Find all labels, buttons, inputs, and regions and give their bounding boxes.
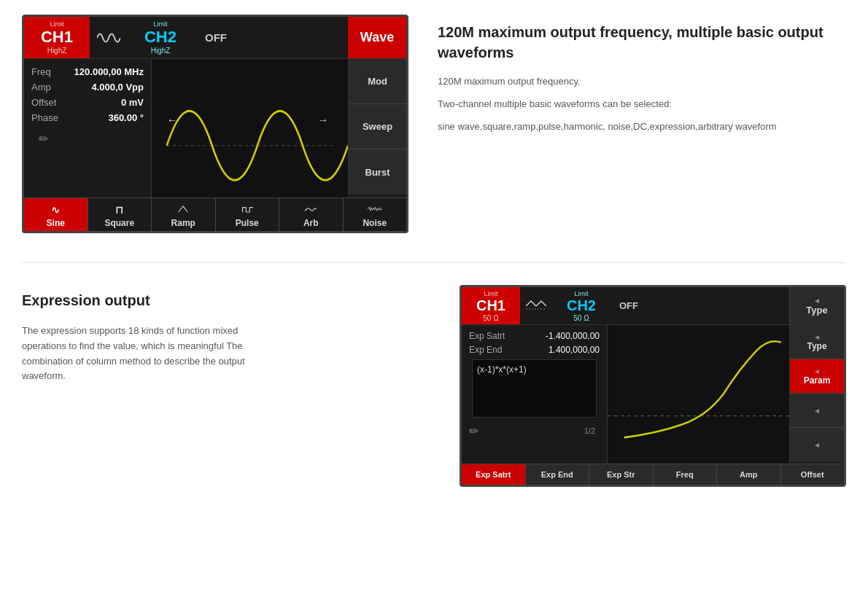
expression-box: (x-1)*x*(x+1): [472, 359, 597, 418]
top-desc1: 120M maximum output frequency.: [438, 74, 846, 90]
ch1-label-2: CH1: [476, 297, 505, 314]
top-title: 120M maximum output frequency, multiple …: [438, 22, 846, 63]
bottom-tabs-2: Exp Satrt Exp End Exp Str Freq Amp Offse…: [462, 464, 844, 485]
waveform-display-2: [608, 325, 789, 464]
noise-symbol: [368, 204, 382, 216]
param-freq-value: 120.000,00 MHz: [74, 66, 144, 77]
section-divider: [22, 262, 846, 263]
waveform-icon-1: [90, 17, 128, 58]
screen-body-2: Exp Satrt -1.400,000,00 Exp End 1.400,00…: [462, 325, 844, 464]
ch2-limit-2: Limit: [574, 290, 588, 297]
param-amp-value: 4.000,0 Vpp: [91, 82, 144, 93]
tab2-exp-end[interactable]: Exp End: [526, 464, 590, 485]
params-panel-2: Exp Satrt -1.400,000,00 Exp End 1.400,00…: [462, 325, 608, 464]
tab2-amp[interactable]: Amp: [717, 464, 781, 485]
param-amp: Amp 4.000,0 Vpp: [31, 82, 144, 93]
ch1-block-2: Limit CH1 50 Ω: [462, 287, 520, 324]
tab2-exp-str[interactable]: Exp Str: [589, 464, 654, 485]
off-block-1: OFF: [193, 17, 239, 58]
param-phase: Phase 360.00 °: [31, 112, 144, 123]
tab-noise[interactable]: Noise: [344, 198, 407, 231]
sweep-button[interactable]: Sweep: [349, 104, 406, 149]
page-indicator: 1/2: [580, 423, 600, 438]
side-btn-4-2[interactable]: ◄: [790, 428, 844, 462]
bottom-section: Expression output The expression support…: [22, 285, 846, 487]
screen-body-1: Freq 120.000,00 MHz Amp 4.000,0 Vpp Offs…: [24, 59, 406, 198]
param-exp-start: Exp Satrt -1.400,000,00: [469, 331, 600, 341]
tab-square[interactable]: ⊓ Square: [88, 198, 152, 231]
top-desc3: sine wave,square,ramp,pulse,harmonic, no…: [438, 120, 846, 135]
type-button[interactable]: ◄ Type: [789, 287, 844, 324]
pencil-icon-1: ✏: [31, 128, 144, 150]
ch2-label-2: CH2: [567, 297, 596, 314]
ch2-sub-2: 50 Ω: [573, 314, 589, 322]
side-btn-3-2[interactable]: ◄: [790, 394, 844, 428]
screen-header-1: Limit CH1 HighZ Limit CH2 HighZ OFF: [24, 17, 406, 59]
exp-end-value: 1.400,000,00: [549, 345, 600, 355]
bottom-desc1: The expression supports 18 kinds of func…: [22, 324, 284, 384]
tab-sine[interactable]: ∿ Sine: [24, 198, 88, 231]
param-amp-label: Amp: [31, 82, 51, 93]
square-symbol: ⊓: [115, 204, 123, 216]
param-offset: Offset 0 mV: [31, 97, 144, 108]
param-freq: Freq 120.000,00 MHz: [31, 66, 144, 77]
screen-header-2: Limit CH1 50 Ω Limit CH2 50 Ω OFF: [462, 287, 844, 325]
sine-symbol: ∿: [51, 204, 60, 216]
ch1-limit-2: Limit: [484, 290, 497, 297]
tab-arb[interactable]: Arb: [279, 198, 344, 231]
right-text-block: 120M maximum output frequency, multiple …: [438, 15, 846, 141]
svg-text:→: →: [318, 113, 328, 126]
side-buttons-2: ◄ Type ◄ Param ◄ ◄: [789, 325, 844, 464]
param-phase-label: Phase: [31, 112, 58, 123]
ch2-sub: HighZ: [151, 47, 171, 55]
pencil-icon-2: ✏: [469, 424, 478, 438]
param-phase-value: 360.00 °: [108, 112, 144, 123]
ch1-block: Limit CH1 HighZ: [24, 17, 90, 58]
exp-end-label: Exp End: [469, 345, 502, 355]
ch2-label: CH2: [144, 28, 177, 47]
param-btn-2[interactable]: ◄ Param: [790, 359, 844, 394]
param-exp-end: Exp End 1.400,000,00: [469, 345, 600, 355]
ch2-block: Limit CH2 HighZ: [128, 17, 193, 58]
bottom-left-text: Expression output The expression support…: [22, 285, 284, 391]
params-panel-1: Freq 120.000,00 MHz Amp 4.000,0 Vpp Offs…: [24, 59, 152, 198]
tab2-freq[interactable]: Freq: [654, 464, 718, 485]
bottom-tabs-1: ∿ Sine ⊓ Square Ramp Pulse: [24, 198, 406, 231]
exp-start-label: Exp Satrt: [469, 331, 505, 341]
ramp-symbol: [177, 204, 189, 216]
ch1-sub: HighZ: [47, 47, 67, 55]
mod-button[interactable]: Mod: [349, 59, 406, 104]
ch1-sub-2: 50 Ω: [483, 314, 498, 322]
side-buttons-1: Mod Sweep Burst: [348, 59, 406, 198]
tab-arb-label: Arb: [303, 218, 319, 228]
tab-ramp[interactable]: Ramp: [152, 198, 216, 231]
param-offset-label: Offset: [31, 97, 56, 108]
instrument-screen-2: Limit CH1 50 Ω Limit CH2 50 Ω OFF: [460, 285, 846, 487]
tab-square-label: Square: [104, 218, 134, 228]
param-offset-value: 0 mV: [121, 97, 144, 108]
arb-symbol: [305, 204, 317, 216]
top-desc2: Two-channel multiple basic waveforms can…: [438, 97, 846, 112]
page-content: Limit CH1 HighZ Limit CH2 HighZ OFF: [0, 0, 868, 501]
off-block-2: OFF: [611, 287, 647, 324]
tab2-exp-start[interactable]: Exp Satrt: [462, 464, 526, 485]
burst-button[interactable]: Burst: [349, 149, 406, 195]
ch2-block-2: Limit CH2 50 Ω: [552, 287, 611, 324]
ch2-limit: Limit: [153, 20, 167, 28]
tab-noise-label: Noise: [363, 218, 387, 228]
ch1-limit: Limit: [50, 20, 63, 28]
tab2-offset[interactable]: Offset: [781, 464, 845, 485]
wave-button[interactable]: Wave: [348, 17, 406, 58]
tab-ramp-label: Ramp: [171, 218, 195, 228]
top-section: Limit CH1 HighZ Limit CH2 HighZ OFF: [22, 15, 846, 233]
tab-pulse[interactable]: Pulse: [216, 198, 280, 231]
tab-sine-label: Sine: [47, 218, 65, 228]
tab-pulse-label: Pulse: [236, 218, 259, 228]
instrument-screen-1: Limit CH1 HighZ Limit CH2 HighZ OFF: [22, 15, 408, 233]
param-freq-label: Freq: [31, 66, 51, 77]
waveform-icon-2: [520, 287, 552, 324]
exp-start-value: -1.400,000,00: [546, 331, 600, 341]
ch1-label: CH1: [41, 28, 73, 47]
type-btn-2[interactable]: ◄ Type: [790, 325, 844, 359]
bottom-title: Expression output: [22, 292, 284, 309]
